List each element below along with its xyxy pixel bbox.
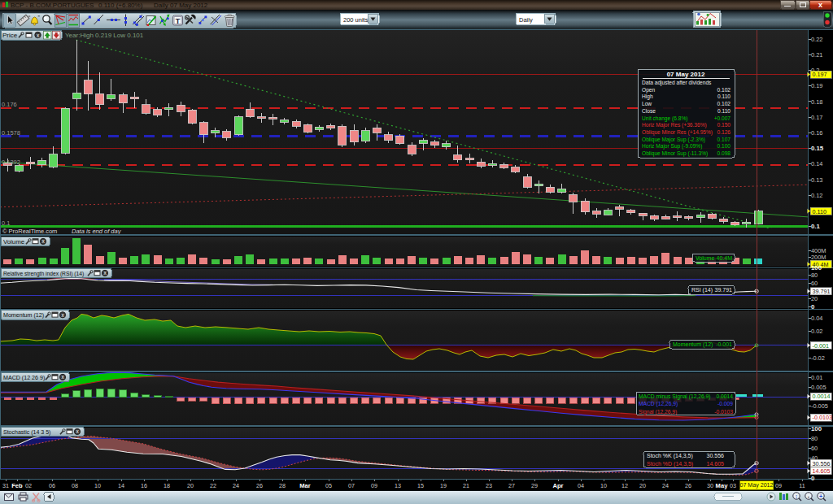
svg-text:10: 10	[600, 482, 607, 489]
svg-text:80: 80	[811, 272, 818, 279]
svg-text:T: T	[176, 17, 181, 25]
svg-text:Stoch %D (14,3,5): Stoch %D (14,3,5)	[647, 461, 693, 467]
svg-text:BCP - B.COM.PORTUGUES: BCP - B.COM.PORTUGUES	[11, 2, 94, 9]
svg-text:13: 13	[395, 482, 401, 489]
svg-text:20: 20	[811, 295, 818, 302]
svg-text:Daily 07 May 2012: Daily 07 May 2012	[154, 2, 208, 9]
svg-text:0.005: 0.005	[811, 384, 826, 391]
svg-text:Momentum (12): Momentum (12)	[673, 341, 713, 348]
svg-text:0.15: 0.15	[811, 145, 824, 152]
svg-text:30.556: 30.556	[813, 460, 831, 467]
svg-text:0.126: 0.126	[717, 129, 731, 135]
svg-text:Oblique Minor Sup (-11.3%): Oblique Minor Sup (-11.3%)	[642, 150, 708, 157]
svg-text:Relative strength index (RSI): Relative strength index (RSI) (14)	[3, 271, 84, 277]
svg-text:16: 16	[141, 482, 147, 489]
svg-text:0.22: 0.22	[811, 36, 822, 43]
svg-text:0.197: 0.197	[813, 71, 827, 78]
svg-text:0: 0	[811, 303, 815, 311]
svg-text:0.102: 0.102	[717, 87, 731, 93]
svg-text:14.605: 14.605	[707, 461, 725, 467]
svg-text:39.791: 39.791	[813, 288, 831, 295]
svg-text:Stochastic (14 3 5): Stochastic (14 3 5)	[3, 429, 50, 436]
svg-text:21: 21	[463, 482, 469, 489]
svg-text:0.17: 0.17	[811, 114, 822, 121]
svg-text:23: 23	[486, 482, 492, 489]
svg-text:-0.0103: -0.0103	[714, 409, 733, 415]
svg-text:11: 11	[799, 482, 805, 489]
svg-text:0.150: 0.150	[717, 122, 731, 128]
svg-text:28: 28	[279, 482, 286, 489]
svg-text:0.12: 0.12	[811, 192, 822, 199]
svg-text:0.0014: 0.0014	[813, 393, 831, 400]
svg-text:0.107: 0.107	[717, 137, 731, 142]
svg-text:RSI (14): RSI (14)	[691, 287, 713, 293]
svg-text:Signal (12,26,9): Signal (12,26,9)	[639, 409, 677, 415]
svg-text:0.102: 0.102	[717, 101, 731, 106]
svg-text:Horiz Major Res (+36.36%): Horiz Major Res (+36.36%)	[642, 122, 707, 128]
svg-text:0.110: 0.110	[717, 93, 731, 99]
svg-text:MACD (12 26 9): MACD (12 26 9)	[3, 375, 45, 381]
svg-text:0.110: 0.110	[813, 208, 826, 215]
svg-text:Oblique Major Sup (-2.3%): Oblique Major Sup (-2.3%)	[642, 137, 705, 143]
svg-text:08: 08	[72, 482, 78, 489]
svg-text:Price: Price	[2, 32, 18, 39]
svg-text:0.14: 0.14	[811, 160, 822, 167]
svg-text:0: 0	[811, 475, 815, 482]
svg-text:0.1: 0.1	[2, 219, 10, 227]
svg-text:MACD minus Signal (12,26,9): MACD minus Signal (12,26,9)	[639, 393, 710, 400]
svg-text:10: 10	[94, 482, 101, 489]
svg-text:Data is end of day: Data is end of day	[72, 228, 122, 235]
svg-text:May: May	[716, 482, 729, 489]
svg-text:x: x	[818, 1, 822, 9]
svg-text:400M: 400M	[811, 247, 826, 254]
svg-text:+: +	[819, 493, 822, 499]
svg-text:Feb: Feb	[11, 482, 23, 489]
svg-text:100: 100	[811, 264, 822, 272]
svg-text:0.16: 0.16	[811, 129, 822, 137]
svg-text:Daily: Daily	[519, 16, 533, 24]
svg-text:Unit change (6.8%): Unit change (6.8%)	[642, 115, 687, 122]
svg-text:Oblique Minor Res (+14.95%): Oblique Minor Res (+14.95%)	[642, 129, 713, 136]
svg-text:60: 60	[811, 280, 818, 287]
svg-text:0.21: 0.21	[811, 51, 822, 59]
svg-text:0.13: 0.13	[811, 176, 822, 184]
svg-text:100: 100	[811, 425, 822, 432]
svg-text:-0.005: -0.005	[811, 402, 828, 410]
svg-text:18: 18	[164, 482, 170, 489]
svg-text:04: 04	[578, 482, 584, 489]
svg-text:↕: ↕	[795, 493, 798, 499]
svg-text:Data adjusted after dividends: Data adjusted after dividends	[642, 80, 712, 86]
svg-text:19: 19	[440, 482, 447, 489]
svg-text:Mar: Mar	[299, 482, 311, 489]
svg-text:0.1578: 0.1578	[2, 129, 20, 137]
svg-text:Horiz Major Sup (-9.09%): Horiz Major Sup (-9.09%)	[642, 143, 702, 150]
svg-text:High: High	[642, 93, 653, 100]
svg-text:07 May 2012: 07 May 2012	[739, 482, 773, 489]
svg-text:Low: Low	[642, 101, 652, 106]
svg-text:Apr: Apr	[552, 482, 563, 489]
svg-text:-0.001: -0.001	[716, 341, 732, 347]
svg-text:22: 22	[210, 482, 216, 489]
svg-text:14.605: 14.605	[813, 467, 831, 475]
svg-text:02: 02	[25, 482, 32, 489]
svg-text:0.04: 0.04	[811, 315, 822, 322]
svg-text:26: 26	[256, 482, 263, 489]
svg-text:27: 27	[508, 482, 515, 489]
svg-text:60: 60	[811, 445, 818, 452]
svg-text:0.110 (+6.80%): 0.110 (+6.80%)	[98, 2, 143, 9]
svg-text:0.0014: 0.0014	[717, 393, 734, 399]
svg-text:40.4M: 40.4M	[717, 255, 733, 261]
svg-text:© ProRealTime.com: © ProRealTime.com	[2, 228, 57, 235]
svg-text:0.110: 0.110	[717, 108, 731, 114]
svg-text:12: 12	[621, 482, 628, 489]
svg-text:29: 29	[531, 482, 538, 489]
svg-text:Volume: Volume	[696, 255, 714, 261]
svg-text:24: 24	[233, 482, 239, 489]
svg-text:0.01: 0.01	[811, 374, 822, 381]
svg-text:MACD (12,26,9): MACD (12,26,9)	[639, 401, 678, 407]
svg-text:0.02: 0.02	[811, 328, 822, 335]
svg-text:0.19: 0.19	[811, 82, 822, 89]
svg-text:Year:High 0.219 Low 0.101: Year:High 0.219 Low 0.101	[65, 32, 144, 39]
svg-text:-0.009: -0.009	[717, 401, 733, 406]
svg-text:31: 31	[2, 482, 9, 489]
